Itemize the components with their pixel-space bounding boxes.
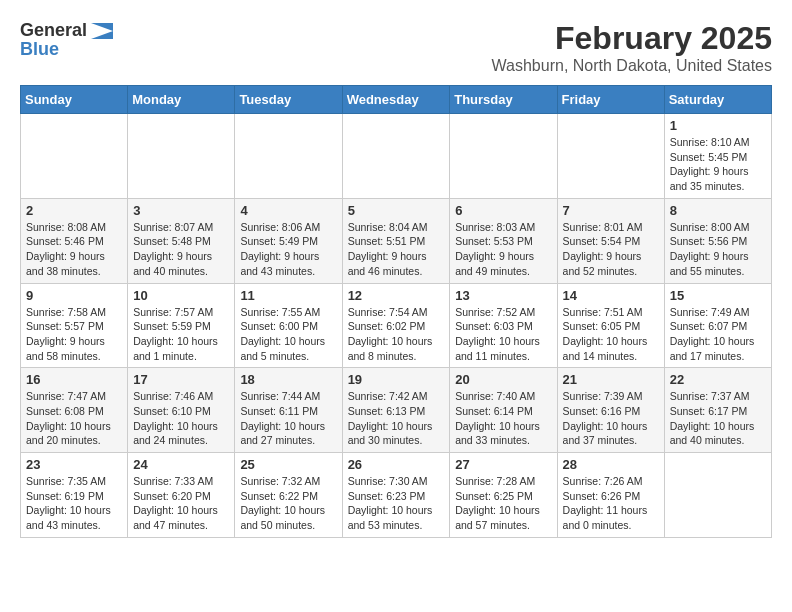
calendar-day-cell: 3Sunrise: 8:07 AMSunset: 5:48 PMDaylight…: [128, 198, 235, 283]
day-number: 17: [133, 372, 229, 387]
calendar-day-cell: 20Sunrise: 7:40 AMSunset: 6:14 PMDayligh…: [450, 368, 557, 453]
day-info: Sunrise: 8:00 AMSunset: 5:56 PMDaylight:…: [670, 220, 766, 279]
day-number: 4: [240, 203, 336, 218]
day-info: Sunrise: 7:32 AMSunset: 6:22 PMDaylight:…: [240, 474, 336, 533]
calendar-day-cell: 10Sunrise: 7:57 AMSunset: 5:59 PMDayligh…: [128, 283, 235, 368]
day-number: 6: [455, 203, 551, 218]
day-number: 15: [670, 288, 766, 303]
calendar-day-cell: [128, 114, 235, 199]
calendar-day-cell: 7Sunrise: 8:01 AMSunset: 5:54 PMDaylight…: [557, 198, 664, 283]
calendar-day-cell: 24Sunrise: 7:33 AMSunset: 6:20 PMDayligh…: [128, 453, 235, 538]
calendar-day-cell: [235, 114, 342, 199]
logo-flag-icon: [91, 23, 113, 39]
weekday-header-wednesday: Wednesday: [342, 86, 450, 114]
day-number: 10: [133, 288, 229, 303]
day-number: 21: [563, 372, 659, 387]
day-info: Sunrise: 8:01 AMSunset: 5:54 PMDaylight:…: [563, 220, 659, 279]
day-number: 11: [240, 288, 336, 303]
calendar-day-cell: 16Sunrise: 7:47 AMSunset: 6:08 PMDayligh…: [21, 368, 128, 453]
calendar-day-cell: 1Sunrise: 8:10 AMSunset: 5:45 PMDaylight…: [664, 114, 771, 199]
title-area: February 2025 Washburn, North Dakota, Un…: [492, 20, 772, 75]
day-number: 8: [670, 203, 766, 218]
day-number: 24: [133, 457, 229, 472]
calendar-table: SundayMondayTuesdayWednesdayThursdayFrid…: [20, 85, 772, 538]
calendar-day-cell: 9Sunrise: 7:58 AMSunset: 5:57 PMDaylight…: [21, 283, 128, 368]
day-info: Sunrise: 7:57 AMSunset: 5:59 PMDaylight:…: [133, 305, 229, 364]
day-info: Sunrise: 7:30 AMSunset: 6:23 PMDaylight:…: [348, 474, 445, 533]
calendar-day-cell: 25Sunrise: 7:32 AMSunset: 6:22 PMDayligh…: [235, 453, 342, 538]
calendar-day-cell: 5Sunrise: 8:04 AMSunset: 5:51 PMDaylight…: [342, 198, 450, 283]
day-number: 20: [455, 372, 551, 387]
day-info: Sunrise: 7:55 AMSunset: 6:00 PMDaylight:…: [240, 305, 336, 364]
calendar-day-cell: 21Sunrise: 7:39 AMSunset: 6:16 PMDayligh…: [557, 368, 664, 453]
day-info: Sunrise: 7:58 AMSunset: 5:57 PMDaylight:…: [26, 305, 122, 364]
day-info: Sunrise: 7:33 AMSunset: 6:20 PMDaylight:…: [133, 474, 229, 533]
calendar-day-cell: [450, 114, 557, 199]
day-number: 9: [26, 288, 122, 303]
day-info: Sunrise: 7:37 AMSunset: 6:17 PMDaylight:…: [670, 389, 766, 448]
day-info: Sunrise: 7:42 AMSunset: 6:13 PMDaylight:…: [348, 389, 445, 448]
day-info: Sunrise: 8:07 AMSunset: 5:48 PMDaylight:…: [133, 220, 229, 279]
calendar-day-cell: 26Sunrise: 7:30 AMSunset: 6:23 PMDayligh…: [342, 453, 450, 538]
calendar-day-cell: 12Sunrise: 7:54 AMSunset: 6:02 PMDayligh…: [342, 283, 450, 368]
calendar-subtitle: Washburn, North Dakota, United States: [492, 57, 772, 75]
logo: General Blue: [20, 20, 113, 60]
day-info: Sunrise: 7:39 AMSunset: 6:16 PMDaylight:…: [563, 389, 659, 448]
calendar-day-cell: 18Sunrise: 7:44 AMSunset: 6:11 PMDayligh…: [235, 368, 342, 453]
calendar-day-cell: 14Sunrise: 7:51 AMSunset: 6:05 PMDayligh…: [557, 283, 664, 368]
day-info: Sunrise: 7:47 AMSunset: 6:08 PMDaylight:…: [26, 389, 122, 448]
day-number: 26: [348, 457, 445, 472]
day-info: Sunrise: 7:51 AMSunset: 6:05 PMDaylight:…: [563, 305, 659, 364]
calendar-day-cell: [21, 114, 128, 199]
day-number: 2: [26, 203, 122, 218]
weekday-header-tuesday: Tuesday: [235, 86, 342, 114]
calendar-header-row: SundayMondayTuesdayWednesdayThursdayFrid…: [21, 86, 772, 114]
calendar-week-row: 23Sunrise: 7:35 AMSunset: 6:19 PMDayligh…: [21, 453, 772, 538]
calendar-day-cell: 28Sunrise: 7:26 AMSunset: 6:26 PMDayligh…: [557, 453, 664, 538]
day-info: Sunrise: 7:46 AMSunset: 6:10 PMDaylight:…: [133, 389, 229, 448]
calendar-week-row: 1Sunrise: 8:10 AMSunset: 5:45 PMDaylight…: [21, 114, 772, 199]
calendar-day-cell: 22Sunrise: 7:37 AMSunset: 6:17 PMDayligh…: [664, 368, 771, 453]
day-info: Sunrise: 7:26 AMSunset: 6:26 PMDaylight:…: [563, 474, 659, 533]
day-number: 7: [563, 203, 659, 218]
day-info: Sunrise: 7:28 AMSunset: 6:25 PMDaylight:…: [455, 474, 551, 533]
day-number: 14: [563, 288, 659, 303]
day-number: 27: [455, 457, 551, 472]
day-info: Sunrise: 7:52 AMSunset: 6:03 PMDaylight:…: [455, 305, 551, 364]
day-number: 5: [348, 203, 445, 218]
day-info: Sunrise: 8:06 AMSunset: 5:49 PMDaylight:…: [240, 220, 336, 279]
calendar-day-cell: [557, 114, 664, 199]
calendar-day-cell: 4Sunrise: 8:06 AMSunset: 5:49 PMDaylight…: [235, 198, 342, 283]
calendar-day-cell: [664, 453, 771, 538]
calendar-day-cell: 8Sunrise: 8:00 AMSunset: 5:56 PMDaylight…: [664, 198, 771, 283]
calendar-week-row: 2Sunrise: 8:08 AMSunset: 5:46 PMDaylight…: [21, 198, 772, 283]
day-info: Sunrise: 7:49 AMSunset: 6:07 PMDaylight:…: [670, 305, 766, 364]
calendar-week-row: 9Sunrise: 7:58 AMSunset: 5:57 PMDaylight…: [21, 283, 772, 368]
calendar-day-cell: 13Sunrise: 7:52 AMSunset: 6:03 PMDayligh…: [450, 283, 557, 368]
calendar-day-cell: 11Sunrise: 7:55 AMSunset: 6:00 PMDayligh…: [235, 283, 342, 368]
calendar-day-cell: 6Sunrise: 8:03 AMSunset: 5:53 PMDaylight…: [450, 198, 557, 283]
day-info: Sunrise: 7:54 AMSunset: 6:02 PMDaylight:…: [348, 305, 445, 364]
calendar-day-cell: [342, 114, 450, 199]
calendar-day-cell: 2Sunrise: 8:08 AMSunset: 5:46 PMDaylight…: [21, 198, 128, 283]
day-info: Sunrise: 8:04 AMSunset: 5:51 PMDaylight:…: [348, 220, 445, 279]
day-number: 28: [563, 457, 659, 472]
logo-blue-text: Blue: [20, 39, 59, 60]
calendar-title: February 2025: [492, 20, 772, 57]
day-number: 3: [133, 203, 229, 218]
day-number: 19: [348, 372, 445, 387]
weekday-header-sunday: Sunday: [21, 86, 128, 114]
calendar-day-cell: 19Sunrise: 7:42 AMSunset: 6:13 PMDayligh…: [342, 368, 450, 453]
day-info: Sunrise: 7:44 AMSunset: 6:11 PMDaylight:…: [240, 389, 336, 448]
weekday-header-saturday: Saturday: [664, 86, 771, 114]
page-header: General Blue February 2025 Washburn, Nor…: [20, 20, 772, 75]
day-number: 18: [240, 372, 336, 387]
day-info: Sunrise: 7:40 AMSunset: 6:14 PMDaylight:…: [455, 389, 551, 448]
day-number: 16: [26, 372, 122, 387]
day-info: Sunrise: 8:08 AMSunset: 5:46 PMDaylight:…: [26, 220, 122, 279]
calendar-day-cell: 15Sunrise: 7:49 AMSunset: 6:07 PMDayligh…: [664, 283, 771, 368]
day-info: Sunrise: 8:10 AMSunset: 5:45 PMDaylight:…: [670, 135, 766, 194]
day-number: 13: [455, 288, 551, 303]
day-number: 25: [240, 457, 336, 472]
calendar-day-cell: 17Sunrise: 7:46 AMSunset: 6:10 PMDayligh…: [128, 368, 235, 453]
